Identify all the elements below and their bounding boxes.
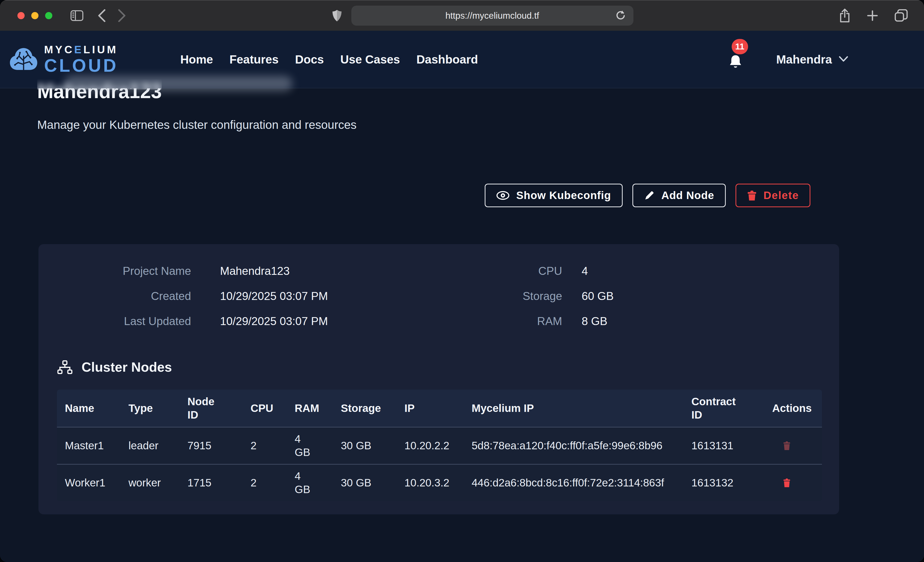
reload-icon[interactable] <box>615 9 626 22</box>
col-ram: RAM <box>295 402 341 415</box>
storage-value: 60 GB <box>562 290 614 302</box>
node-ram: 4 GB <box>295 469 341 496</box>
cpu-row: CPU 4 <box>439 259 839 284</box>
col-ip: IP <box>404 402 472 415</box>
bell-icon <box>728 54 743 70</box>
user-menu[interactable]: Mahendra <box>776 52 832 66</box>
node-type: leader <box>129 439 188 452</box>
col-actions: Actions <box>772 402 822 415</box>
node-contract-id: 1613132 <box>692 476 772 490</box>
delete-node-button[interactable] <box>772 441 791 451</box>
node-id: 7915 <box>188 439 250 452</box>
delete-label: Delete <box>764 189 799 202</box>
zoom-window-button[interactable] <box>45 12 52 19</box>
window-controls <box>18 12 52 19</box>
node-name: Master1 <box>65 439 129 452</box>
cluster-details-panel: Project Name Mahendra123 Created 10/29/2… <box>39 244 839 514</box>
ram-value: 8 GB <box>562 315 607 327</box>
table-header-row: Name Type Node ID CPU RAM Storage IP Myc… <box>57 390 822 427</box>
col-mycelium-ip: Mycelium IP <box>472 402 692 415</box>
nav-link-docs[interactable]: Docs <box>295 52 324 66</box>
node-storage: 30 GB <box>341 476 404 490</box>
logo-wordmark: MYCELIUM CLOUD <box>44 44 118 75</box>
col-cpu: CPU <box>250 402 295 415</box>
delete-node-button[interactable] <box>772 478 791 488</box>
col-node-id: Node ID <box>188 395 250 422</box>
mycelium-cloud-logo[interactable]: MYCELIUM CLOUD <box>9 44 118 75</box>
node-ip: 10.20.2.2 <box>404 439 472 452</box>
created-row: Created 10/29/2025 03:07 PM <box>39 284 439 309</box>
address-bar[interactable]: https://myceliumcloud.tf <box>351 6 633 25</box>
last-updated-value: 10/29/2025 03:07 PM <box>191 315 328 327</box>
col-name: Name <box>65 402 129 415</box>
trash-icon <box>783 441 791 451</box>
node-name: Worker1 <box>65 476 129 490</box>
nav-link-use-cases[interactable]: Use Cases <box>340 52 400 66</box>
browser-window: https://myceliumcloud.tf <box>0 0 924 562</box>
new-tab-icon[interactable] <box>867 10 878 21</box>
node-mycelium-ip: 446:d2a6:8bcd:8c16:ff0f:72e2:3114:863f <box>472 476 692 490</box>
col-storage: Storage <box>341 402 404 415</box>
minimize-window-button[interactable] <box>31 12 39 19</box>
node-cpu: 2 <box>250 439 295 452</box>
last-updated-label: Last Updated <box>39 315 191 327</box>
ram-row: RAM 8 GB <box>439 309 839 334</box>
cluster-actions: Show Kubeconfig Add Node Delete <box>0 184 810 207</box>
browser-toolbar: https://myceliumcloud.tf <box>0 0 924 31</box>
chevron-down-icon[interactable] <box>838 55 848 63</box>
node-contract-id: 1613131 <box>692 439 772 452</box>
notifications-button[interactable]: 11 <box>728 49 746 70</box>
page: MYCELIUM CLOUD Home Features Docs Use Ca… <box>0 31 924 562</box>
ram-label: RAM <box>439 315 562 327</box>
page-subtitle: Manage your Kubernetes cluster configura… <box>37 118 924 132</box>
privacy-shield-icon[interactable] <box>332 9 342 22</box>
add-node-label: Add Node <box>662 189 714 202</box>
forward-button[interactable] <box>117 9 126 22</box>
project-name-value: Mahendra123 <box>191 265 290 277</box>
logo-line1-pre: MYC <box>44 43 74 55</box>
table-row-worker1: Worker1 worker 1715 2 4 GB 30 GB 10.20.3… <box>57 464 822 501</box>
close-window-button[interactable] <box>18 12 25 19</box>
show-kubeconfig-button[interactable]: Show Kubeconfig <box>485 184 622 207</box>
delete-cluster-button[interactable]: Delete <box>735 184 810 207</box>
project-name-row: Project Name Mahendra123 <box>39 259 439 284</box>
add-node-button[interactable]: Add Node <box>632 184 726 207</box>
notification-badge: 11 <box>732 39 748 54</box>
node-storage: 30 GB <box>341 439 404 452</box>
nav-link-features[interactable]: Features <box>230 52 279 66</box>
nav-link-home[interactable]: Home <box>180 52 213 66</box>
nav-menu: Home Features Docs Use Cases Dashboard <box>180 52 478 66</box>
cluster-nodes-table: Name Type Node ID CPU RAM Storage IP Myc… <box>57 390 822 501</box>
trash-icon <box>747 190 757 201</box>
show-kubeconfig-label: Show Kubeconfig <box>516 189 611 202</box>
logo-line2: CLOUD <box>44 57 118 75</box>
eye-icon <box>496 191 510 200</box>
share-icon[interactable] <box>839 9 850 23</box>
col-type: Type <box>129 402 188 415</box>
node-cpu: 2 <box>250 476 295 490</box>
cpu-label: CPU <box>439 265 562 277</box>
created-label: Created <box>39 290 191 302</box>
cluster-nodes-title: Cluster Nodes <box>81 359 172 375</box>
tab-overview-icon[interactable] <box>894 9 908 22</box>
node-ram: 4 GB <box>295 432 341 459</box>
node-id: 1715 <box>188 476 250 490</box>
node-type: worker <box>129 476 188 490</box>
url-text: https://myceliumcloud.tf <box>446 10 539 21</box>
last-updated-row: Last Updated 10/29/2025 03:07 PM <box>39 309 439 334</box>
created-value: 10/29/2025 03:07 PM <box>191 290 328 302</box>
sidebar-toggle-icon[interactable] <box>70 10 84 21</box>
storage-label: Storage <box>439 290 562 302</box>
cluster-nodes-heading: Cluster Nodes <box>57 359 839 375</box>
logo-line1-e: E <box>74 43 83 55</box>
back-button[interactable] <box>98 9 106 22</box>
node-ip: 10.20.3.2 <box>404 476 472 490</box>
trash-icon <box>783 478 791 488</box>
cluster-nodes-icon <box>57 360 73 374</box>
node-mycelium-ip: 5d8:78ea:a120:f40c:ff0f:a5fe:99e6:8b96 <box>472 439 692 452</box>
cluster-info-grid: Project Name Mahendra123 Created 10/29/2… <box>39 259 839 334</box>
pencil-icon <box>644 190 655 201</box>
logo-line1-post: LIUM <box>83 43 118 55</box>
nav-link-dashboard[interactable]: Dashboard <box>417 52 478 66</box>
col-contract-id: Contract ID <box>692 395 772 422</box>
